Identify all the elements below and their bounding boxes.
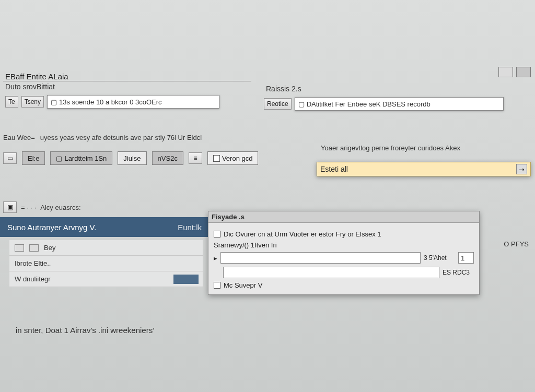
- reotice-button[interactable]: Reotice: [264, 98, 292, 110]
- arrow-icon: [519, 165, 525, 173]
- search-go-button[interactable]: [516, 164, 527, 174]
- panel-input-1[interactable]: [220, 252, 421, 264]
- panel-value-2: ES RDC3: [443, 269, 474, 276]
- window-buttons: [498, 67, 531, 77]
- checkbox[interactable]: [214, 282, 220, 289]
- selection-swatch: [173, 275, 199, 284]
- hint-text: Yoaer arigevtlog perne froreyter curidoe…: [321, 144, 460, 152]
- panel-title-label: Fisyade .s: [212, 213, 245, 221]
- panel-text-2: Srarnewy/() 1Itven Iri: [214, 241, 277, 249]
- right-badge: O PFYS: [504, 240, 529, 248]
- crumb-icon-a[interactable]: ▣: [3, 201, 17, 213]
- record-field-value: DAtitilket Fer Enbee seK DBSES recordb: [307, 100, 431, 108]
- section-col2: Eunt:lk: [178, 223, 202, 232]
- panel-input-2[interactable]: [223, 267, 439, 278]
- desc-text: uyess yeas vesy afe detsunis ave par sti…: [40, 134, 202, 141]
- page-title: EBaff Entite ALaia: [3, 71, 251, 81]
- toolbar-icon-a[interactable]: [3, 152, 17, 164]
- checkbox[interactable]: [214, 231, 220, 237]
- property-panel: Fisyade .s Dic Ovurer cn at Urm Vuoter e…: [208, 211, 480, 295]
- tle-button[interactable]: Te: [5, 96, 18, 108]
- panel-save-label: Mc Suvepr V: [224, 281, 262, 289]
- checkbox-icon: [213, 155, 220, 162]
- panel-text-1: Dic Ovurer cn at Urm Vuoter er estor Fry…: [224, 230, 381, 238]
- item-icon: [15, 244, 24, 252]
- page-subtitle: Duto srovBittiat: [3, 81, 251, 92]
- list-item-label: Ibrote Eltie..: [15, 259, 51, 267]
- crumb-text: Alcy euasrcs:: [40, 204, 80, 211]
- tseny-button[interactable]: Tseny: [21, 96, 44, 108]
- record-field[interactable]: DAtitilket Fer Enbee seK DBSES recordb: [295, 97, 504, 111]
- toolbar-item-e[interactable]: Veron gcd: [207, 151, 259, 165]
- section-title: Suno Autranyer Arvnyg V.: [7, 223, 96, 232]
- panel-title[interactable]: Fisyade .s: [208, 211, 479, 223]
- panel-num-1-value: 1: [461, 254, 464, 262]
- crumb-sep: = · · ·: [21, 204, 36, 211]
- toolbar-item-e-label: Veron gcd: [222, 155, 253, 162]
- toolbar-item-b-label: Lardtteim 1Sn: [64, 155, 107, 162]
- footer-text: in snter, Doat 1 Airrav's .ini wreekenie…: [16, 326, 154, 335]
- panel-value-1: 3 5'Ahet: [424, 254, 455, 262]
- column-title: Raissis 2.s: [264, 84, 525, 94]
- window-close-button[interactable]: [516, 67, 531, 77]
- search-input[interactable]: [320, 165, 513, 173]
- window-minimize-button[interactable]: [498, 67, 513, 77]
- toolbar-item-d[interactable]: nVS2c: [152, 151, 183, 165]
- toolbar-item-b[interactable]: Lardtteim 1Sn: [50, 151, 112, 165]
- expand-icon[interactable]: [214, 254, 217, 262]
- section-header[interactable]: Suno Autranyer Arvnyg V. Eunt:lk: [0, 217, 209, 237]
- box-icon: [56, 155, 62, 162]
- toolbar-item-a[interactable]: El:e: [22, 151, 45, 165]
- source-field[interactable]: 13s soende 10 a bkcor 0 3coOErc: [47, 95, 219, 109]
- search-box[interactable]: [317, 162, 531, 176]
- list-item[interactable]: W dnuliitegr: [9, 271, 203, 287]
- list-item-label: Bey: [44, 244, 55, 252]
- item-list: Bey Ibrote Eltie.. W dnuliitegr: [9, 240, 203, 287]
- source-field-value: 13s soende 10 a bkcor 0 3coOErc: [59, 98, 162, 106]
- doc-icon: [7, 155, 13, 162]
- list-item[interactable]: Ibrote Eltie..: [9, 256, 203, 271]
- desc-label: Eau Wee=: [3, 134, 35, 141]
- item-icon: [29, 244, 39, 252]
- panel-num-1[interactable]: 1: [458, 252, 474, 264]
- toolbar-item-c[interactable]: Jiulse: [118, 151, 146, 165]
- checkbox-icon: [51, 98, 57, 106]
- list-item-label: W dnuliitegr: [15, 275, 51, 283]
- toolbar-icon-b[interactable]: ≡: [189, 152, 202, 164]
- checkbox-icon: [298, 100, 305, 108]
- list-item[interactable]: Bey: [9, 240, 203, 256]
